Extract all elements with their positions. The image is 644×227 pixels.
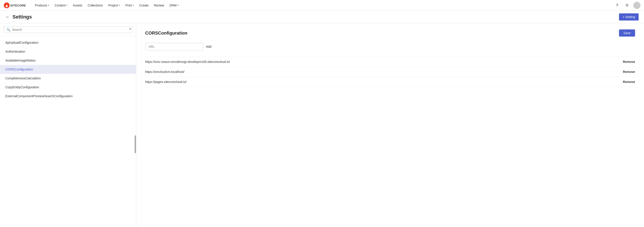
sidebar-item-completenesscalculation[interactable]: CompletenessCalculation <box>0 74 136 83</box>
nav-assets[interactable]: Assets <box>70 2 84 8</box>
nav-right: ? ⚙ <box>614 2 640 9</box>
page-header-left: ← Settings <box>5 14 32 20</box>
back-arrow-icon: ← <box>5 14 10 19</box>
logo[interactable]: SITECORE <box>4 2 28 8</box>
nav-content[interactable]: Content ▾ <box>52 2 70 8</box>
page-header: ← Settings + Setting <box>0 11 644 23</box>
svg-text:SITECORE: SITECORE <box>10 4 26 7</box>
sidebar-item-availableimageratios[interactable]: AvailableImageRatios <box>0 56 136 65</box>
right-panel: CORSConfiguration Save Add https://xmc-s… <box>136 23 644 227</box>
scrollbar-thumb[interactable] <box>135 135 136 153</box>
nav-project[interactable]: Project ▾ <box>106 2 122 8</box>
url-list: https://xmc-seaus-xmcdemojp-developm106.… <box>145 57 635 87</box>
project-chevron-icon: ▾ <box>119 4 120 6</box>
url-row: https://pages.sitecorecloud.io/ Remove <box>145 77 635 87</box>
panel-header: CORSConfiguration Save <box>145 29 635 36</box>
save-button[interactable]: Save <box>619 29 635 36</box>
products-chevron-icon: ▾ <box>48 4 49 6</box>
search-wrapper: 🔍 <box>4 26 132 33</box>
sidebar-item-externalcomponent[interactable]: ExternalComponentPreviewSearchConfigurat… <box>0 92 136 101</box>
sidebar: × 🔍 ApiUploadConfiguration Authenticatio… <box>0 23 136 227</box>
print-chevron-icon: ▾ <box>133 4 134 6</box>
nav-drm[interactable]: DRM ▾ <box>167 2 181 8</box>
search-input[interactable] <box>12 28 130 31</box>
sidebar-item-apiupload[interactable]: ApiUploadConfiguration <box>0 38 136 47</box>
nav-review[interactable]: Review <box>152 2 166 8</box>
nav-print[interactable]: Print ▾ <box>123 2 136 8</box>
add-setting-button[interactable]: + Setting <box>619 13 639 20</box>
drm-chevron-icon: ▾ <box>178 4 179 6</box>
gear-icon: ⚙ <box>626 3 628 7</box>
nav-products[interactable]: Products ▾ <box>32 2 51 8</box>
avatar[interactable] <box>633 2 640 9</box>
remove-url-button-0[interactable]: Remove <box>623 60 635 63</box>
sidebar-item-corsconfiguration[interactable]: CORSConfiguration <box>0 65 136 74</box>
nav-create[interactable]: Create <box>137 2 151 8</box>
sidebar-item-copyentityconfiguration[interactable]: CopyEntityConfiguration <box>0 83 136 92</box>
search-icon: 🔍 <box>6 28 10 31</box>
url-text: https://xmc-seaus-xmcdemojp-developm106.… <box>145 60 230 63</box>
content-chevron-icon: ▾ <box>66 4 68 6</box>
url-text: https://pages.sitecorecloud.io/ <box>145 80 186 84</box>
nav-items: Products ▾ Content ▾ Assets Collections … <box>32 2 614 8</box>
scrollbar-indicator <box>135 23 136 227</box>
url-input-row: Add <box>145 43 635 50</box>
top-nav: SITECORE Products ▾ Content ▾ Assets Col… <box>0 0 644 11</box>
help-button[interactable]: ? <box>614 2 621 9</box>
sidebar-search-area: 🔍 <box>0 23 136 36</box>
back-button[interactable]: ← <box>5 14 10 19</box>
settings-button[interactable]: ⚙ <box>624 2 630 9</box>
main-content: × 🔍 ApiUploadConfiguration Authenticatio… <box>0 23 644 227</box>
url-input[interactable] <box>145 43 203 50</box>
url-row: https://xmc-seaus-xmcdemojp-developm106.… <box>145 57 635 67</box>
page-title: Settings <box>12 14 32 20</box>
nav-collections[interactable]: Collections <box>85 2 105 8</box>
url-text: https://xmcloudcm.localhost/ <box>145 70 184 74</box>
sidebar-list: ApiUploadConfiguration Authentication Av… <box>0 36 136 227</box>
url-row: https://xmcloudcm.localhost/ Remove <box>145 67 635 77</box>
add-url-button[interactable]: Add <box>206 45 212 48</box>
sidebar-item-authentication[interactable]: Authentication <box>0 47 136 56</box>
remove-url-button-2[interactable]: Remove <box>623 80 635 84</box>
panel-title: CORSConfiguration <box>145 30 187 36</box>
sidebar-close-button[interactable]: × <box>127 26 133 32</box>
help-icon: ? <box>616 3 618 7</box>
remove-url-button-1[interactable]: Remove <box>623 70 635 74</box>
